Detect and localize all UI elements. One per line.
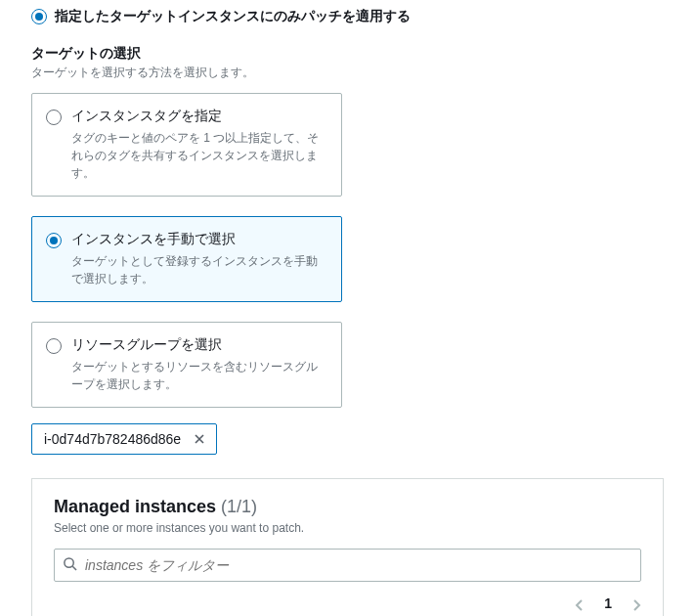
- patch-scope-radio[interactable]: 指定したターゲットインスタンスにのみパッチを適用する: [0, 0, 695, 37]
- search-icon: [63, 556, 77, 574]
- card-manual-title: インスタンスを手動で選択: [71, 231, 326, 248]
- panel-title: Managed instances (1/1): [54, 497, 641, 517]
- card-resource-title: リソースグループを選択: [71, 336, 326, 354]
- card-resource-group[interactable]: リソースグループを選択 ターゲットとするリソースを含むリソースグループを選択しま…: [31, 322, 342, 408]
- card-resource-desc: ターゲットとするリソースを含むリソースグループを選択します。: [71, 358, 326, 393]
- card-instance-tag[interactable]: インスタンスタグを指定 タグのキーと値のペアを 1 つ以上指定して、それらのタグ…: [31, 93, 342, 197]
- svg-point-0: [65, 558, 73, 567]
- panel-title-text: Managed instances: [54, 497, 216, 516]
- panel-desc: Select one or more instances you want to…: [54, 521, 641, 535]
- card-manual-select[interactable]: インスタンスを手動で選択 ターゲットとして登録するインスタンスを手動で選択します…: [31, 216, 342, 302]
- close-icon[interactable]: [191, 430, 208, 448]
- card-tag-title: インスタンスタグを指定: [71, 108, 326, 125]
- page-number: 1: [600, 595, 616, 611]
- chevron-left-icon[interactable]: [575, 598, 585, 608]
- radio-checked-icon: [31, 9, 47, 24]
- chevron-right-icon[interactable]: [631, 598, 641, 608]
- chip-text: i-0d74d7b782486d86e: [44, 431, 181, 447]
- radio-unchecked-icon: [46, 110, 62, 125]
- card-manual-desc: ターゲットとして登録するインスタンスを手動で選択します。: [71, 252, 326, 287]
- patch-scope-label: 指定したターゲットインスタンスにのみパッチを適用する: [55, 8, 411, 25]
- selected-instance-chip: i-0d74d7b782486d86e: [31, 423, 217, 455]
- panel-title-count: (1/1): [221, 497, 257, 516]
- radio-unchecked-icon: [46, 338, 62, 354]
- filter-input-wrap[interactable]: [54, 549, 641, 582]
- target-select-title: ターゲットの選択: [31, 45, 664, 63]
- target-select-desc: ターゲットを選択する方法を選択します。: [31, 65, 664, 81]
- card-tag-desc: タグのキーと値のペアを 1 つ以上指定して、それらのタグを共有するインスタンスを…: [71, 129, 326, 182]
- filter-input[interactable]: [85, 557, 632, 573]
- managed-instances-panel: Managed instances (1/1) Select one or mo…: [31, 478, 664, 616]
- radio-checked-icon: [46, 233, 62, 248]
